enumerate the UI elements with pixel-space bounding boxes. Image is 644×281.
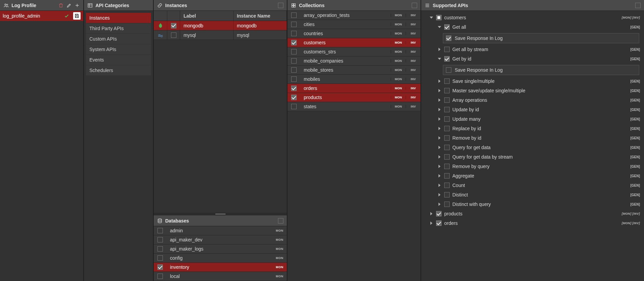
api-item-checkbox[interactable]	[444, 183, 450, 188]
api-item-row[interactable]: Get all[GEN]	[424, 22, 641, 32]
collection-checkbox[interactable]	[291, 31, 297, 36]
api-item-row[interactable]: Query for get data by stream[GEN]	[424, 152, 641, 162]
api-item-row[interactable]: Distinct[GEN]	[424, 190, 641, 200]
confirm-icon[interactable]	[64, 13, 70, 19]
database-checkbox[interactable]	[157, 264, 163, 270]
caret-icon[interactable]	[437, 202, 442, 206]
collection-checkbox[interactable]	[291, 67, 297, 73]
collection-row[interactable]: statesMONINV	[287, 102, 421, 111]
collection-row[interactable]: productsMONINV	[287, 93, 421, 102]
api-category-item[interactable]: Events	[86, 55, 151, 65]
collection-row[interactable]: mobilesMONINV	[287, 75, 421, 84]
add-icon[interactable]	[74, 3, 80, 8]
collection-checkbox[interactable]	[291, 22, 297, 27]
caret-icon[interactable]	[437, 174, 442, 178]
caret-icon[interactable]	[429, 16, 433, 20]
database-row[interactable]: api_maker_logsMON	[154, 244, 287, 254]
caret-icon[interactable]	[437, 25, 442, 29]
api-item-checkbox[interactable]	[444, 126, 450, 131]
database-row[interactable]: inventoryMON	[154, 263, 287, 272]
database-checkbox[interactable]	[157, 255, 163, 261]
collection-row[interactable]: mobile_storesMONINV	[287, 66, 421, 75]
api-item-checkbox[interactable]	[444, 145, 450, 150]
collections-select-all[interactable]	[412, 3, 417, 8]
resize-handle[interactable]	[154, 213, 287, 215]
edit-icon[interactable]	[66, 3, 72, 8]
instance-checkbox[interactable]	[171, 23, 176, 28]
api-group-checkbox[interactable]	[436, 15, 442, 20]
api-item-checkbox[interactable]	[444, 97, 450, 103]
api-item-checkbox[interactable]	[444, 24, 450, 30]
api-category-item[interactable]: System APIs	[86, 44, 151, 54]
database-checkbox[interactable]	[157, 274, 163, 279]
collection-row[interactable]: citiesMONINV	[287, 20, 421, 29]
supported-apis-select-all[interactable]	[635, 3, 641, 8]
api-category-item[interactable]: Custom APIs	[86, 34, 151, 44]
api-item-checkbox[interactable]	[444, 202, 450, 207]
caret-icon[interactable]	[437, 98, 442, 102]
collection-checkbox[interactable]	[291, 95, 297, 100]
caret-icon[interactable]	[437, 193, 442, 197]
collection-checkbox[interactable]	[291, 104, 297, 109]
api-item-row[interactable]: Distinct with query[GEN]	[424, 200, 641, 209]
caret-icon[interactable]	[429, 221, 433, 225]
api-item-checkbox[interactable]	[444, 154, 450, 160]
api-item-checkbox[interactable]	[444, 47, 450, 52]
caret-icon[interactable]	[437, 126, 442, 131]
trash-icon[interactable]	[58, 3, 64, 8]
api-item-checkbox[interactable]	[444, 135, 450, 141]
api-item-checkbox[interactable]	[444, 164, 450, 169]
api-item-checkbox[interactable]	[444, 192, 450, 197]
api-item-row[interactable]: Master save/update single/multiple[GEN]	[424, 86, 641, 95]
api-item-checkbox[interactable]	[444, 107, 450, 112]
api-item-row[interactable]: Get all by stream[GEN]	[424, 45, 641, 54]
api-category-item[interactable]: Schedulers	[86, 65, 151, 75]
caret-icon[interactable]	[437, 136, 442, 140]
api-group-row[interactable]: orders[MON] [INV]	[424, 218, 641, 228]
caret-icon[interactable]	[437, 155, 442, 159]
collection-row[interactable]: customersMONINV	[287, 38, 421, 47]
instance-row[interactable]: mysqlmysql	[154, 30, 287, 40]
caret-icon[interactable]	[437, 108, 442, 112]
api-group-row[interactable]: products[MON] [INV]	[424, 209, 641, 218]
caret-icon[interactable]	[437, 89, 442, 93]
collection-row[interactable]: ordersMONINV	[287, 84, 421, 93]
database-checkbox[interactable]	[157, 246, 163, 252]
caret-icon[interactable]	[437, 117, 442, 121]
collection-row[interactable]: mobile_companiesMONINV	[287, 56, 421, 66]
collection-row[interactable]: array_operation_testsMONINV	[287, 11, 421, 20]
database-row[interactable]: configMON	[154, 254, 287, 263]
collection-checkbox[interactable]	[291, 76, 297, 82]
instances-select-all[interactable]	[278, 3, 283, 8]
api-item-row[interactable]: Update many[GEN]	[424, 114, 641, 124]
caret-icon[interactable]	[437, 145, 442, 149]
api-item-checkbox[interactable]	[444, 173, 450, 179]
collection-checkbox[interactable]	[291, 58, 297, 64]
caret-icon[interactable]	[429, 212, 433, 216]
database-row[interactable]: localMON	[154, 272, 287, 281]
api-item-row[interactable]: Remove by query[GEN]	[424, 162, 641, 171]
database-checkbox[interactable]	[157, 237, 163, 242]
api-item-row[interactable]: Aggregate[GEN]	[424, 171, 641, 181]
save-response-checkbox[interactable]	[446, 67, 451, 73]
api-group-checkbox[interactable]	[436, 220, 442, 226]
api-item-row[interactable]: Update by id[GEN]	[424, 105, 641, 114]
api-item-row[interactable]: Remove by id[GEN]	[424, 133, 641, 143]
save-response-row[interactable]: Save Response In Log	[443, 65, 639, 75]
caret-icon[interactable]	[437, 164, 442, 168]
api-group-checkbox[interactable]	[436, 211, 442, 216]
collection-checkbox[interactable]	[291, 49, 297, 54]
api-item-row[interactable]: Array operations[GEN]	[424, 95, 641, 105]
collection-row[interactable]: countriesMONINV	[287, 29, 421, 38]
api-item-row[interactable]: Save single/multiple[GEN]	[424, 76, 641, 86]
caret-icon[interactable]	[437, 79, 442, 83]
api-category-item[interactable]: Instances	[86, 13, 151, 23]
collection-checkbox[interactable]	[291, 13, 297, 18]
databases-select-all[interactable]	[278, 218, 283, 224]
caret-icon[interactable]	[437, 57, 442, 61]
database-row[interactable]: adminMON	[154, 226, 287, 235]
instance-checkbox[interactable]	[171, 32, 176, 38]
caret-icon[interactable]	[437, 183, 442, 187]
collection-checkbox[interactable]	[291, 86, 297, 91]
api-item-row[interactable]: Replace by id[GEN]	[424, 124, 641, 133]
